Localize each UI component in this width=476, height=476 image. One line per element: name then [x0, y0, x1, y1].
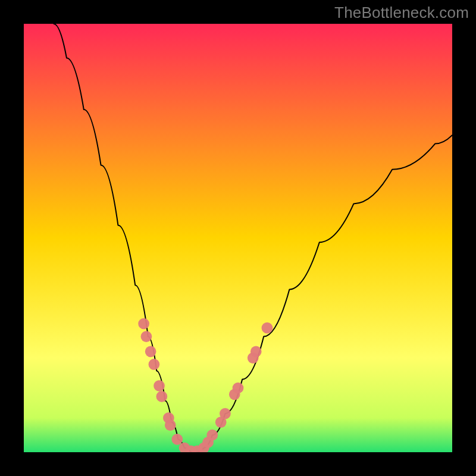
data-point — [149, 359, 160, 370]
data-point — [220, 408, 231, 419]
data-point — [233, 383, 244, 394]
data-point — [156, 391, 167, 402]
data-point — [262, 322, 273, 334]
data-point — [154, 380, 165, 392]
data-point — [206, 430, 218, 441]
data-point — [141, 331, 152, 342]
data-point — [145, 346, 156, 357]
data-point — [171, 434, 183, 445]
bottleneck-chart — [0, 0, 476, 476]
data-point — [138, 318, 149, 330]
data-point — [165, 419, 176, 431]
data-point — [250, 346, 262, 357]
watermark-text: TheBottleneck.com — [334, 4, 469, 22]
